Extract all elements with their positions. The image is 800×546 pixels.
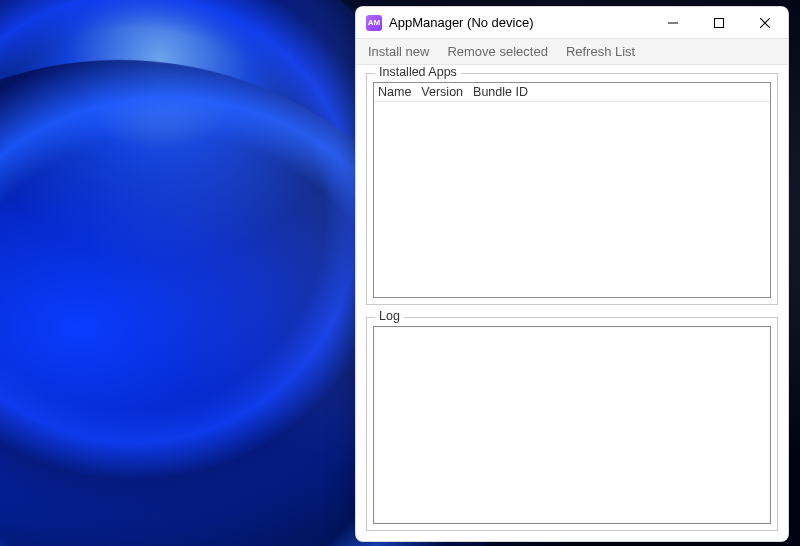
svg-rect-0 (715, 18, 724, 27)
list-header: Name Version Bundle ID (374, 83, 770, 102)
installed-apps-label: Installed Apps (375, 65, 461, 79)
close-icon (760, 18, 770, 28)
column-bundle-id[interactable]: Bundle ID (469, 84, 534, 100)
minimize-button[interactable] (650, 7, 696, 38)
appmanager-window: AM AppManager (No device) Install new (355, 6, 789, 542)
installed-apps-group: Installed Apps Name Version Bundle ID (366, 73, 778, 305)
log-group: Log (366, 317, 778, 531)
toolbar: Install new Remove selected Refresh List (356, 38, 788, 65)
remove-selected-button[interactable]: Remove selected (439, 41, 555, 62)
installed-apps-list[interactable]: Name Version Bundle ID (373, 82, 771, 298)
log-textarea[interactable] (373, 326, 771, 524)
desktop-wallpaper: AM AppManager (No device) Install new (0, 0, 800, 546)
log-label: Log (375, 309, 404, 323)
maximize-icon (714, 18, 724, 28)
minimize-icon (668, 18, 678, 28)
refresh-list-button[interactable]: Refresh List (558, 41, 643, 62)
column-version[interactable]: Version (417, 84, 469, 100)
client-area: Installed Apps Name Version Bundle ID Lo… (356, 65, 788, 541)
window-title: AppManager (No device) (389, 15, 534, 30)
install-new-button[interactable]: Install new (360, 41, 437, 62)
titlebar[interactable]: AM AppManager (No device) (356, 7, 788, 38)
column-name[interactable]: Name (374, 84, 417, 100)
close-button[interactable] (742, 7, 788, 38)
maximize-button[interactable] (696, 7, 742, 38)
app-icon: AM (366, 15, 382, 31)
